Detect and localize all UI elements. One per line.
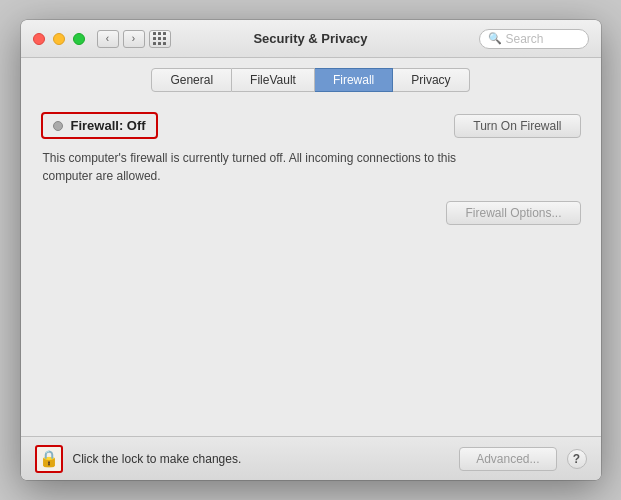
tab-firewall[interactable]: Firewall xyxy=(315,68,393,92)
search-icon: 🔍 xyxy=(488,32,502,45)
title-bar: ‹ › Security & Privacy 🔍 Search xyxy=(21,20,601,58)
lock-label: Click the lock to make changes. xyxy=(73,452,450,466)
bottom-bar: 🔒 Click the lock to make changes. Advanc… xyxy=(21,436,601,480)
main-window: ‹ › Security & Privacy 🔍 Search General … xyxy=(21,20,601,480)
maximize-button[interactable] xyxy=(73,33,85,45)
search-placeholder: Search xyxy=(506,32,544,46)
firewall-status-row: Firewall: Off Turn On Firewall xyxy=(41,112,581,139)
window-title: Security & Privacy xyxy=(253,31,367,46)
firewall-options-button[interactable]: Firewall Options... xyxy=(446,201,580,225)
traffic-lights xyxy=(33,33,85,45)
firewall-status-label: Firewall: Off xyxy=(71,118,146,133)
tab-privacy[interactable]: Privacy xyxy=(393,68,469,92)
lock-button[interactable]: 🔒 xyxy=(35,445,63,473)
help-button[interactable]: ? xyxy=(567,449,587,469)
tab-bar: General FileVault Firewall Privacy xyxy=(21,58,601,100)
nav-buttons: ‹ › xyxy=(97,30,145,48)
tab-filevault[interactable]: FileVault xyxy=(232,68,315,92)
tab-general[interactable]: General xyxy=(151,68,232,92)
lock-icon: 🔒 xyxy=(39,449,59,468)
forward-button[interactable]: › xyxy=(123,30,145,48)
firewall-status-left: Firewall: Off xyxy=(41,112,158,139)
minimize-button[interactable] xyxy=(53,33,65,45)
close-button[interactable] xyxy=(33,33,45,45)
content-area: Firewall: Off Turn On Firewall This comp… xyxy=(21,100,601,436)
back-button[interactable]: ‹ xyxy=(97,30,119,48)
spacer xyxy=(41,225,581,424)
advanced-button[interactable]: Advanced... xyxy=(459,447,556,471)
options-row: Firewall Options... xyxy=(41,201,581,225)
grid-button[interactable] xyxy=(149,30,171,48)
status-indicator xyxy=(53,121,63,131)
search-box[interactable]: 🔍 Search xyxy=(479,29,589,49)
turn-on-firewall-button[interactable]: Turn On Firewall xyxy=(454,114,580,138)
firewall-description: This computer's firewall is currently tu… xyxy=(41,149,461,185)
